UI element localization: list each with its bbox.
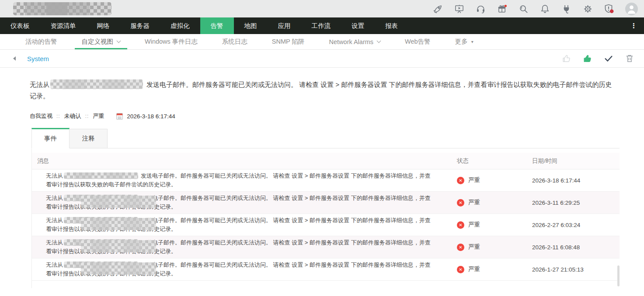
subnav-snmp-traps[interactable]: SNMP 陷阱 (260, 34, 317, 49)
acknowledge-check-icon[interactable] (604, 54, 613, 63)
redaction-overlay (81, 240, 156, 252)
scrollbar-thumb[interactable] (617, 265, 620, 286)
top-header (0, 0, 644, 17)
redacted-sender-address (64, 172, 138, 179)
search-icon[interactable] (518, 3, 529, 14)
thumbs-up-filled-icon[interactable] (583, 54, 592, 63)
back-arrow-icon[interactable] (13, 56, 16, 61)
nav-label: 网络 (97, 22, 110, 30)
critical-x-icon (457, 221, 464, 229)
alarm-action-bar (562, 54, 634, 63)
alarm-source: 自我监视 (30, 112, 52, 120)
table-row[interactable]: 无法从发送电子邮件。邮件服务器可能已关闭或无法访问。 请检查 设置 > 邮件服务… (32, 236, 620, 258)
redaction-overlay (81, 262, 156, 275)
redacted-sender-address (50, 79, 143, 89)
page-title[interactable]: System (27, 55, 49, 62)
subnav-label: 活动的告警 (25, 38, 57, 46)
chevron-down-icon (377, 39, 381, 43)
subnav-label: 自定义视图 (82, 38, 114, 46)
message-prefix: 无法从 (46, 195, 63, 201)
nav-item-server[interactable]: 服务器 (120, 17, 160, 34)
message-prefix: 无法从 (46, 262, 63, 268)
nav-item-inventory[interactable]: 资源清单 (40, 17, 87, 34)
nav-label: 报表 (385, 22, 398, 30)
alarm-severity: 严重 (93, 112, 104, 120)
column-header-status[interactable]: 状态 (449, 157, 524, 165)
redacted-logo (13, 2, 111, 15)
critical-x-icon (457, 266, 464, 273)
nav-item-workflow[interactable]: 工作流 (301, 17, 341, 34)
notification-bell-icon[interactable] (540, 3, 550, 14)
event-status: 严重 (449, 176, 524, 184)
tab-events[interactable]: 事件 (31, 128, 70, 148)
thumbs-up-outline-icon[interactable] (562, 54, 571, 63)
nav-item-dashboard[interactable]: 仪表板 (0, 17, 40, 34)
status-label: 严重 (468, 265, 480, 273)
table-row[interactable]: 无法从发送电子邮件。邮件服务器可能已关闭或无法访问。 请检查 设置 > 邮件服务… (32, 258, 620, 281)
security-alert-icon[interactable] (604, 3, 614, 14)
rocket-icon[interactable] (432, 3, 443, 14)
caret-down-icon: ▾ (471, 39, 473, 44)
nav-item-alarms[interactable]: 告警 (200, 17, 234, 34)
alarm-ack-status: 未确认 (64, 112, 81, 120)
nav-item-maps[interactable]: 地图 (234, 17, 268, 34)
nav-label: 设置 (352, 22, 364, 30)
event-message: 无法从发送电子邮件。邮件服务器可能已关闭或无法访问。 请检查 设置 > 邮件服务… (32, 169, 449, 191)
event-message: 无法从发送电子邮件。邮件服务器可能已关闭或无法访问。 请检查 设置 > 邮件服务… (32, 214, 449, 236)
nav-label: 资源清单 (51, 22, 76, 30)
event-message: 无法从发送电子邮件。邮件服务器可能已关闭或无法访问。 请检查 设置 > 邮件服务… (32, 192, 449, 213)
critical-x-icon (457, 244, 464, 251)
subnav-label: Web告警 (405, 38, 431, 46)
main-nav: 仪表板 资源清单 网络 服务器 虚拟化 告警 地图 应用 工作流 设置 报表 ⋮ (0, 17, 644, 34)
separator: :: (85, 113, 89, 119)
nav-label: 仪表板 (10, 22, 30, 30)
critical-x-icon (457, 177, 464, 184)
alarm-message-prefix: 无法从 (30, 81, 49, 88)
subnav-label: Windows 事件日志 (145, 38, 198, 46)
nav-item-reports[interactable]: 报表 (375, 17, 408, 34)
nav-item-settings[interactable]: 设置 (341, 17, 375, 34)
subnav-syslogs[interactable]: 系统日志 (210, 34, 260, 49)
subnav-custom-views[interactable]: 自定义视图 (70, 34, 133, 49)
support-headset-icon[interactable] (475, 3, 486, 14)
header-icon-bar (432, 0, 638, 17)
event-status: 严重 (449, 265, 524, 273)
gift-icon[interactable] (497, 3, 507, 14)
detail-tabs: 事件 注释 (31, 128, 620, 148)
subnav-windows-event-logs[interactable]: Windows 事件日志 (132, 34, 210, 49)
nav-overflow-menu-icon[interactable]: ⋮ (623, 17, 644, 34)
event-status: 严重 (449, 221, 524, 229)
table-row[interactable]: 无法从发送电子邮件。邮件服务器可能已关闭或无法访问。 请检查 设置 > 邮件服务… (32, 169, 620, 192)
alarm-timestamp: 2026-3-18 6:17:44 (127, 113, 175, 120)
plugin-icon[interactable] (561, 3, 571, 14)
table-row[interactable]: 无法从发送电子邮件。邮件服务器可能已关闭或无法访问。 请检查 设置 > 邮件服务… (32, 214, 620, 236)
nav-label: 告警 (211, 22, 223, 30)
subnav-more-menu[interactable]: 更多▾ (443, 34, 486, 49)
chevron-down-icon (117, 39, 121, 43)
subnav-active-alarms[interactable]: 活动的告警 (13, 34, 70, 49)
demo-video-icon[interactable] (454, 3, 464, 14)
tab-notes[interactable]: 注释 (70, 129, 108, 148)
event-datetime: 2026-2-27 6:03:24 (524, 222, 620, 228)
nav-label: 应用 (278, 22, 291, 30)
subnav-network-alarms[interactable]: Network Alarms (317, 34, 393, 49)
table-row[interactable]: 无法从发送电子邮件。邮件服务器可能已关闭或无法访问。 请检查 设置 > 邮件服务… (32, 192, 620, 214)
critical-x-icon (457, 199, 464, 207)
message-prefix: 无法从 (46, 217, 63, 224)
nav-item-apps[interactable]: 应用 (268, 17, 301, 34)
user-avatar[interactable] (625, 3, 638, 15)
subnav-web-alarms[interactable]: Web告警 (393, 34, 443, 49)
alarm-message: 无法从发送电子邮件。邮件服务器可能已关闭或无法访问。 请检查 设置 > 邮件服务… (0, 68, 644, 102)
column-header-datetime[interactable]: 日期/时间 (524, 157, 620, 165)
subnav-label: 更多 (455, 38, 468, 46)
subnav-label: SNMP 陷阱 (272, 38, 305, 46)
column-header-message[interactable]: 消息 (32, 157, 449, 165)
event-datetime: 2026-3-11 6:29:25 (524, 200, 620, 206)
settings-gear-icon[interactable] (582, 3, 593, 14)
delete-trash-icon[interactable] (625, 54, 634, 63)
message-prefix: 无法从 (46, 239, 63, 246)
alarm-detail-page: 仪表板 资源清单 网络 服务器 虚拟化 告警 地图 应用 工作流 设置 报表 ⋮… (0, 0, 644, 296)
nav-item-network[interactable]: 网络 (87, 17, 120, 34)
nav-label: 虚拟化 (171, 22, 190, 30)
nav-item-virtualization[interactable]: 虚拟化 (160, 17, 200, 34)
